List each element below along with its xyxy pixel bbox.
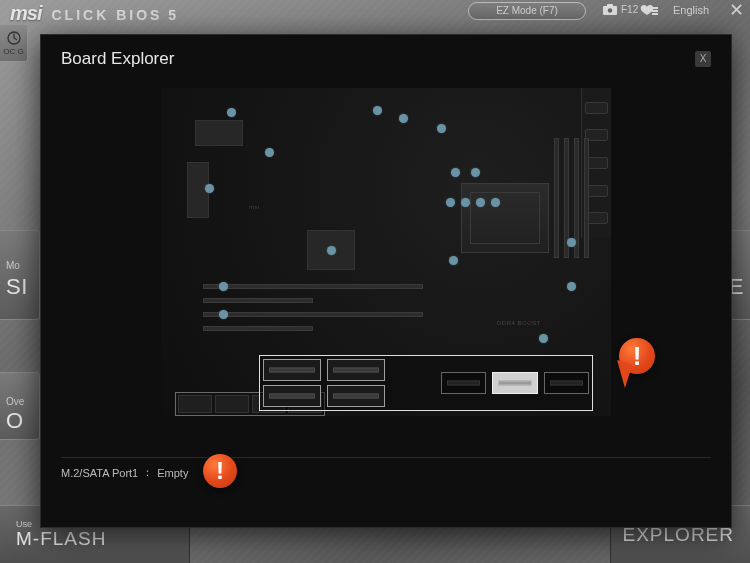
hotspot-dot[interactable] xyxy=(373,106,382,115)
hotspot-dot[interactable] xyxy=(491,198,500,207)
alert-badge-icon: ! xyxy=(203,454,237,488)
sata-port[interactable] xyxy=(441,372,487,394)
side-title-1: SI xyxy=(6,274,28,300)
dimm-slot xyxy=(584,138,589,258)
heart-icon xyxy=(640,4,658,17)
oc-label: OC G xyxy=(3,47,23,56)
app-close-button[interactable]: ✕ xyxy=(729,0,744,20)
cpu-socket xyxy=(461,183,549,253)
sata-port[interactable] xyxy=(492,372,538,394)
hotspot-dot[interactable] xyxy=(219,282,228,291)
favorites-button[interactable] xyxy=(640,4,658,17)
svg-rect-3 xyxy=(652,7,658,9)
pcie-slot xyxy=(203,284,423,289)
dimm-slot xyxy=(554,138,559,258)
svg-rect-4 xyxy=(652,10,658,12)
pcie-slot xyxy=(203,326,313,331)
side-label-1: Mo xyxy=(6,260,20,271)
sata-port[interactable] xyxy=(263,359,321,381)
sata-port[interactable] xyxy=(327,359,385,381)
status-bar: M.2/SATA Port1 ： Empty ! xyxy=(61,457,711,487)
camera-icon xyxy=(603,4,617,15)
hotspot-dot[interactable] xyxy=(539,334,548,343)
vrm-heatsink xyxy=(195,120,243,146)
board-explorer-modal: Board Explorer X msi DDR4 BOOST xyxy=(40,34,732,528)
board-viewport: msi DDR4 BOOST xyxy=(61,83,711,453)
sata-port[interactable] xyxy=(327,385,385,407)
sata-port[interactable] xyxy=(263,385,321,407)
pcie-slot xyxy=(203,312,423,317)
clock-icon xyxy=(7,31,21,45)
hotspot-dot[interactable] xyxy=(227,108,236,117)
mflash-label: M-FLASH xyxy=(16,528,173,550)
hotspot-dot[interactable] xyxy=(399,114,408,123)
modal-header: Board Explorer X xyxy=(41,35,731,83)
alert-arrow-icon xyxy=(610,360,633,388)
hotspot-dot[interactable] xyxy=(327,246,336,255)
sata-m2-port-group[interactable] xyxy=(259,355,593,411)
language-selector[interactable]: English xyxy=(673,4,709,16)
hotspot-dot[interactable] xyxy=(461,198,470,207)
clock-tab[interactable]: OC G xyxy=(0,24,28,62)
side-title-2: O xyxy=(6,408,24,434)
screenshot-key-label: F12 xyxy=(621,4,638,15)
brand-msi: msi xyxy=(10,2,41,25)
ez-mode-button[interactable]: EZ Mode (F7) xyxy=(468,2,586,20)
brand-click: CLICK BIOS xyxy=(51,7,162,23)
hotspot-dot[interactable] xyxy=(567,238,576,247)
hotspot-dot[interactable] xyxy=(265,148,274,157)
hotspot-dot[interactable] xyxy=(205,184,214,193)
hotspot-dot[interactable] xyxy=(567,282,576,291)
hotspot-dot[interactable] xyxy=(437,124,446,133)
sata-port[interactable] xyxy=(544,372,590,394)
hotspot-dot[interactable] xyxy=(219,310,228,319)
hotspot-dot[interactable] xyxy=(451,168,460,177)
hotspot-dot[interactable] xyxy=(471,168,480,177)
hotspot-dot[interactable] xyxy=(476,198,485,207)
pcie-slot xyxy=(203,298,313,303)
svg-rect-1 xyxy=(607,4,613,7)
hotspot-dot[interactable] xyxy=(446,198,455,207)
brand-five: 5 xyxy=(168,7,178,23)
status-port-value: Empty xyxy=(157,467,188,479)
modal-title: Board Explorer xyxy=(61,49,174,69)
modal-close-button[interactable]: X xyxy=(695,51,711,67)
board-brand-label: msi xyxy=(249,204,260,210)
svg-point-2 xyxy=(608,8,612,12)
hotspot-dot[interactable] xyxy=(449,256,458,265)
svg-rect-5 xyxy=(652,13,658,15)
modal-footer xyxy=(41,487,731,527)
brand: msi CLICK BIOS 5 xyxy=(10,2,178,25)
motherboard-image[interactable]: msi DDR4 BOOST xyxy=(161,88,611,416)
side-label-2: Ove xyxy=(6,396,24,407)
screenshot-button[interactable]: F12 xyxy=(603,4,638,15)
ddr-boost-label: DDR4 BOOST xyxy=(497,320,541,326)
status-separator: ： xyxy=(142,465,153,480)
status-port-name: M.2/SATA Port1 xyxy=(61,467,138,479)
